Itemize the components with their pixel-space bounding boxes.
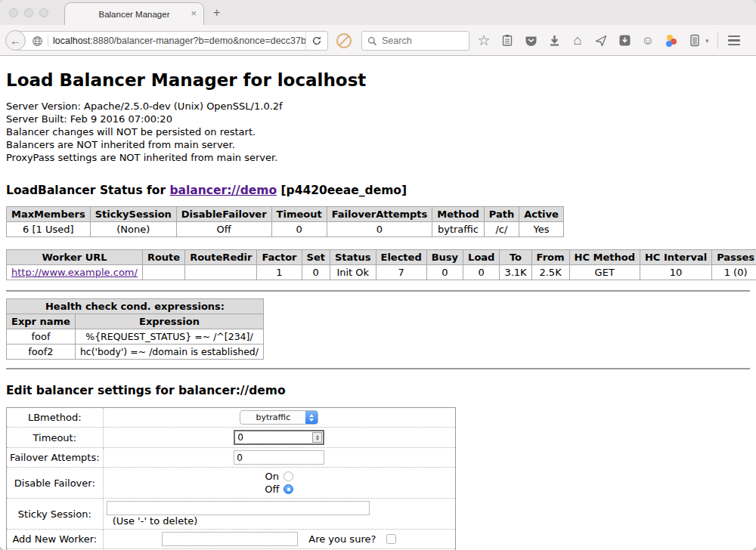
cell-expr-name-foof2: foof2 bbox=[7, 345, 76, 360]
balancer-demo-link[interactable]: balancer://demo bbox=[169, 184, 277, 197]
disable-failover-row: Disable Failover: On Off bbox=[7, 468, 456, 499]
are-you-sure-label: Are you sure? bbox=[308, 533, 376, 545]
cell-busy: 0 bbox=[426, 265, 463, 280]
radio-off-label: Off bbox=[265, 483, 279, 496]
balancer-status-table: MaxMembers StickySession DisableFailover… bbox=[6, 206, 564, 237]
toolbar-icons: ☆ ⌂ ☺ ▾ bbox=[476, 25, 756, 56]
add-worker-label: Add New Worker: bbox=[7, 530, 104, 549]
col-route: Route bbox=[142, 250, 184, 265]
back-arrow-icon: ← bbox=[10, 34, 21, 47]
save-to-device-icon[interactable] bbox=[617, 33, 632, 48]
timeout-label: Timeout: bbox=[7, 428, 104, 448]
url-bar[interactable]: localhost:8880/balancer-manager?b=demo&n… bbox=[16, 31, 328, 51]
server-built-line: Server Built: Feb 9 2016 07:00:20 bbox=[6, 113, 750, 125]
content-blocked-icon[interactable] bbox=[336, 33, 352, 48]
server-version-line: Server Version: Apache/2.5.0-dev (Unix) … bbox=[6, 100, 750, 113]
health-table-title: Health check cond. expressions: bbox=[7, 299, 264, 314]
cell-route bbox=[142, 265, 184, 280]
cell-load: 0 bbox=[463, 265, 500, 280]
pocket-icon[interactable] bbox=[523, 33, 538, 48]
lbmethod-row: LBmethod: bytraffic bbox=[7, 408, 456, 428]
disable-failover-on-radio[interactable] bbox=[284, 471, 293, 481]
worker-table-header-row: Worker URL Route RouteRedir Factor Set S… bbox=[7, 250, 756, 265]
url-host: localhost bbox=[53, 36, 90, 46]
col-expr-name: Expr name bbox=[7, 314, 76, 329]
cell-factor: 1 bbox=[257, 265, 302, 280]
chevron-down-icon[interactable]: ▾ bbox=[705, 37, 709, 45]
edit-balancer-form: LBmethod: bytraffic Timeout: bbox=[6, 407, 456, 550]
tab-title: Balancer Manager bbox=[99, 10, 170, 19]
zoom-window-button[interactable] bbox=[39, 8, 48, 17]
col-routeredir: RouteRedir bbox=[185, 250, 257, 265]
radio-on-label: On bbox=[265, 470, 279, 483]
close-window-button[interactable] bbox=[9, 8, 18, 17]
menu-hamburger-icon[interactable] bbox=[727, 33, 742, 48]
lbmethod-selected-value: bytraffic bbox=[240, 411, 305, 424]
cell-routeredir bbox=[185, 265, 257, 280]
cell-hc-interval: 10 bbox=[640, 265, 711, 280]
add-worker-input[interactable] bbox=[162, 532, 298, 546]
server-info: Server Version: Apache/2.5.0-dev (Unix) … bbox=[6, 100, 750, 164]
cell-set: 0 bbox=[302, 265, 330, 280]
col-to: To bbox=[500, 250, 531, 265]
minimize-window-button[interactable] bbox=[24, 8, 33, 17]
search-input[interactable] bbox=[382, 36, 463, 46]
reading-list-icon[interactable] bbox=[500, 33, 515, 48]
proxypass-notice-line: ProxyPass settings are NOT inherited fro… bbox=[6, 151, 750, 164]
balancer-table-data-row: 6 [1 Used] (None) Off 0 0 bytraffic /c/ … bbox=[7, 222, 564, 237]
downloads-icon[interactable] bbox=[547, 33, 562, 48]
chat-smiley-icon[interactable]: ☺ bbox=[640, 33, 655, 48]
col-load: Load bbox=[463, 250, 500, 265]
tab-close-icon[interactable]: × bbox=[191, 8, 197, 19]
loadbalancer-status-heading: LoadBalancer Status for balancer://demo … bbox=[6, 184, 750, 197]
cell-to: 3.1K bbox=[500, 265, 531, 280]
home-icon[interactable]: ⌂ bbox=[570, 33, 585, 48]
cell-expression-foof: %{REQUEST_STATUS} =~ /^[234]/ bbox=[75, 329, 263, 345]
col-elected: Elected bbox=[376, 250, 426, 265]
col-timeout: Timeout bbox=[271, 207, 327, 222]
health-table-header-row: Expr name Expression bbox=[7, 314, 264, 329]
cell-expression-foof2: hc('body') =~ /domain is established/ bbox=[75, 345, 263, 360]
search-bar[interactable] bbox=[361, 31, 469, 51]
balancer-table-header-row: MaxMembers StickySession DisableFailover… bbox=[7, 207, 564, 222]
worker-table-data-row: http://www.example.com/ 1 0 Init Ok 7 0 … bbox=[7, 265, 756, 280]
worker-table: Worker URL Route RouteRedir Factor Set S… bbox=[6, 249, 756, 280]
health-check-table: Health check cond. expressions: Expr nam… bbox=[6, 298, 264, 360]
sticky-session-hint: (Use '-' to delete) bbox=[107, 515, 198, 527]
site-identity-globe-icon[interactable] bbox=[32, 36, 43, 47]
divider bbox=[6, 290, 750, 292]
worker-url-link[interactable]: http://www.example.com/ bbox=[11, 267, 138, 278]
col-factor: Factor bbox=[257, 250, 302, 265]
tab-balancer-manager[interactable]: Balancer Manager × bbox=[64, 2, 204, 25]
reload-button[interactable] bbox=[305, 32, 327, 50]
number-spinner-icon[interactable] bbox=[312, 432, 322, 443]
send-plane-icon[interactable] bbox=[593, 33, 609, 48]
col-status: Status bbox=[330, 250, 376, 265]
col-hc-interval: HC Interval bbox=[640, 250, 711, 265]
cell-stickysession: (None) bbox=[90, 222, 176, 237]
failover-attempts-row: Failover Attempts: bbox=[7, 448, 456, 468]
addon-colored-dots-icon[interactable] bbox=[664, 33, 679, 48]
cell-maxmembers: 6 [1 Used] bbox=[7, 222, 91, 237]
timeout-input[interactable] bbox=[234, 430, 324, 445]
are-you-sure-checkbox[interactable] bbox=[386, 534, 396, 544]
health-table-row: foof2 hc('body') =~ /domain is establish… bbox=[7, 345, 264, 360]
bookmark-star-icon[interactable]: ☆ bbox=[476, 33, 491, 48]
sticky-session-input[interactable] bbox=[107, 501, 370, 515]
cell-passes: 1 (0) bbox=[712, 265, 756, 280]
select-stepper-icon bbox=[305, 411, 318, 424]
failover-attempts-input[interactable] bbox=[234, 450, 324, 465]
cell-disablefailover: Off bbox=[176, 222, 271, 237]
new-tab-button[interactable]: + bbox=[213, 6, 220, 20]
search-icon bbox=[367, 36, 377, 46]
add-worker-row: Add New Worker: Are you sure? bbox=[7, 530, 456, 549]
lbmethod-select[interactable]: bytraffic bbox=[240, 410, 318, 425]
pages-grid-icon[interactable] bbox=[750, 33, 756, 48]
health-table-row: foof %{REQUEST_STATUS} =~ /^[234]/ bbox=[7, 329, 264, 345]
container-tabs-icon[interactable] bbox=[687, 33, 702, 48]
url-text[interactable]: localhost:8880/balancer-manager?b=demo&n… bbox=[53, 36, 305, 46]
browser-window: Balancer Manager × + ← localhost:8880/ba… bbox=[0, 0, 756, 550]
disable-failover-off-radio[interactable] bbox=[284, 484, 293, 494]
back-button[interactable]: ← bbox=[5, 30, 26, 51]
failover-attempts-label: Failover Attempts: bbox=[7, 448, 104, 468]
